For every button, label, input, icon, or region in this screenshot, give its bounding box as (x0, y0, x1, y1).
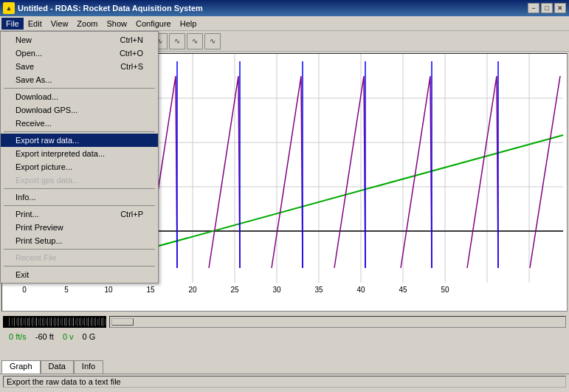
menu-item-save-shortcut: Ctrl+S (120, 62, 143, 71)
status-bar: Export the raw data to a text file (0, 374, 569, 388)
menu-zoom[interactable]: Zoom (72, 18, 102, 30)
svg-rect-59 (47, 317, 48, 326)
menu-item-print-preview[interactable]: Print Preview (1, 221, 158, 234)
svg-rect-45 (21, 317, 22, 326)
svg-text:50: 50 (441, 286, 449, 294)
svg-rect-56 (42, 318, 43, 326)
menu-bar: File Edit View Zoom Show Configure Help (0, 16, 569, 31)
menu-item-export-gps: Export gps data... (1, 173, 158, 187)
menu-item-export-raw[interactable]: Export raw data... (1, 134, 158, 147)
menu-item-export-picture-label: Export picture... (15, 162, 72, 171)
menu-item-recent: Recent File (1, 251, 158, 264)
svg-rect-58 (46, 319, 46, 325)
svg-rect-85 (95, 317, 96, 326)
svg-rect-44 (20, 318, 21, 326)
svg-rect-71 (69, 317, 70, 326)
svg-rect-76 (79, 318, 80, 326)
tab-graph[interactable]: Graph (1, 360, 41, 374)
wave-btn-8[interactable]: ∿ (169, 33, 185, 49)
title-bar-buttons[interactable]: − □ ✕ (528, 3, 566, 13)
menu-item-download[interactable]: Download... (1, 90, 158, 103)
svg-text:10: 10 (104, 286, 113, 294)
menu-show[interactable]: Show (102, 18, 131, 30)
svg-rect-61 (51, 317, 52, 326)
menu-item-info[interactable]: Info... (1, 190, 158, 204)
menu-item-export-interpreted-label: Export interpreted data... (15, 149, 105, 158)
menu-item-export-interpreted[interactable]: Export interpreted data... (1, 147, 158, 160)
menu-item-exit-label: Exit (15, 270, 29, 279)
svg-rect-57 (44, 317, 44, 326)
sep3 (4, 188, 155, 189)
menu-item-save-label: Save (15, 62, 34, 71)
maximize-button[interactable]: □ (541, 3, 553, 13)
menu-file[interactable]: File (1, 18, 24, 30)
menu-item-new-label: New (15, 35, 32, 44)
svg-rect-81 (88, 317, 89, 326)
readings-row: 0 ft/s -60 ft 0 v 0 G (6, 329, 566, 344)
menu-item-download-gps-label: Download GPS... (15, 106, 77, 114)
sep5 (4, 249, 155, 250)
svg-rect-60 (49, 318, 50, 326)
menu-configure[interactable]: Configure (131, 18, 176, 30)
title-bar-left: ▲ Untitled - RDAS: Rocket Data Aquisitio… (3, 2, 203, 14)
svg-text:40: 40 (356, 286, 365, 294)
svg-rect-62 (53, 319, 54, 325)
menu-item-print-shortcut: Ctrl+P (120, 210, 143, 219)
menu-item-print[interactable]: Print... Ctrl+P (1, 207, 158, 221)
menu-item-open[interactable]: Open... Ctrl+O (1, 47, 158, 60)
svg-rect-52 (35, 318, 35, 326)
menu-item-saveas-label: Save As... (15, 75, 52, 84)
position-indicator (3, 316, 106, 328)
wave-btn-10[interactable]: ∿ (204, 33, 221, 49)
svg-rect-41 (14, 317, 15, 326)
svg-rect-90 (105, 319, 106, 325)
svg-rect-80 (86, 318, 87, 326)
close-button[interactable]: ✕ (554, 3, 566, 13)
wave-btn-9[interactable]: ∿ (187, 33, 203, 49)
svg-rect-50 (31, 319, 32, 325)
svg-text:0: 0 (22, 286, 27, 294)
menu-item-print-setup[interactable]: Print Setup... (1, 234, 158, 247)
menu-item-new[interactable]: New Ctrl+N (1, 33, 158, 47)
tab-info[interactable]: Info (74, 360, 103, 374)
svg-text:15: 15 (146, 286, 155, 294)
menu-help[interactable]: Help (176, 18, 201, 30)
svg-rect-48 (27, 318, 28, 326)
menu-item-download-gps[interactable]: Download GPS... (1, 103, 158, 117)
menu-item-saveas[interactable]: Save As... (1, 73, 158, 86)
svg-rect-49 (29, 317, 30, 326)
svg-rect-53 (36, 317, 37, 326)
sep2 (4, 131, 155, 132)
svg-text:5: 5 (64, 286, 69, 294)
svg-rect-51 (32, 317, 33, 326)
menu-item-print-preview-label: Print Preview (15, 223, 63, 232)
menu-view[interactable]: View (46, 18, 73, 30)
tab-data[interactable]: Data (41, 360, 74, 374)
svg-rect-87 (99, 317, 100, 326)
horizontal-scrollbar[interactable] (109, 316, 566, 328)
svg-rect-77 (80, 317, 81, 326)
menu-edit[interactable]: Edit (24, 18, 46, 30)
menu-item-export-picture[interactable]: Export picture... (1, 160, 158, 173)
svg-rect-47 (25, 317, 26, 326)
bottom-area: 0 ft/s -60 ft 0 v 0 G (0, 313, 569, 359)
minimize-button[interactable]: − (528, 3, 539, 13)
scrollbar-row (3, 314, 566, 329)
ft-value: -60 ft (35, 332, 54, 341)
svg-rect-64 (57, 318, 58, 326)
menu-item-export-raw-label: Export raw data... (15, 136, 79, 145)
menu-item-print-setup-label: Print Setup... (15, 236, 63, 245)
menu-item-open-label: Open... (15, 49, 42, 58)
app-icon: ▲ (3, 2, 15, 14)
svg-rect-78 (83, 319, 83, 325)
menu-item-exit[interactable]: Exit (1, 268, 158, 281)
svg-text:20: 20 (188, 286, 197, 294)
menu-item-receive-label: Receive... (15, 119, 52, 128)
svg-rect-70 (68, 319, 69, 325)
title-bar: ▲ Untitled - RDAS: Rocket Data Aquisitio… (0, 0, 569, 16)
menu-item-save[interactable]: Save Ctrl+S (1, 60, 158, 73)
menu-item-download-label: Download... (15, 92, 58, 101)
menu-item-receive[interactable]: Receive... (1, 117, 158, 130)
svg-rect-39 (9, 317, 10, 326)
svg-rect-86 (97, 319, 98, 325)
